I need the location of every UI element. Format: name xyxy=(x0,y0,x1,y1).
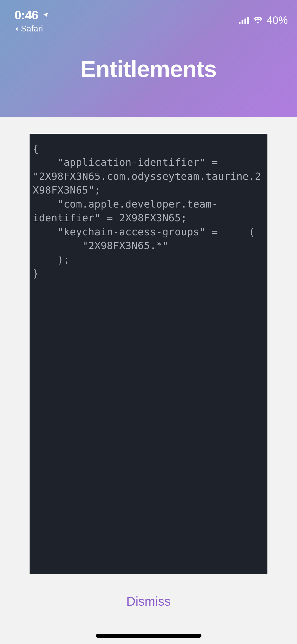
time-row: 0:46 xyxy=(15,8,49,22)
status-bar: 0:46 Safari xyxy=(0,0,297,24)
svg-rect-0 xyxy=(239,22,241,24)
cellular-signal-icon xyxy=(239,17,249,24)
svg-rect-1 xyxy=(242,20,243,24)
page-title: Entitlements xyxy=(0,56,297,82)
back-app-label: Safari xyxy=(21,24,43,34)
wifi-icon xyxy=(253,17,263,24)
header-gradient: 0:46 Safari xyxy=(0,0,297,117)
back-to-app-button[interactable]: Safari xyxy=(15,24,49,34)
svg-rect-2 xyxy=(244,19,246,24)
location-icon xyxy=(42,12,49,19)
battery-percentage: 40% xyxy=(267,14,288,26)
status-left: 0:46 Safari xyxy=(15,8,49,34)
status-time: 0:46 xyxy=(15,8,38,22)
home-indicator[interactable] xyxy=(96,634,201,638)
entitlements-code-block[interactable]: { "application-identifier" = "2X98FX3N65… xyxy=(30,134,267,574)
svg-rect-3 xyxy=(247,17,249,24)
chevron-left-icon xyxy=(15,26,19,31)
status-right: 40% xyxy=(239,14,288,26)
content-area: { "application-identifier" = "2X98FX3N65… xyxy=(0,117,297,619)
dismiss-button[interactable]: Dismiss xyxy=(30,574,267,619)
